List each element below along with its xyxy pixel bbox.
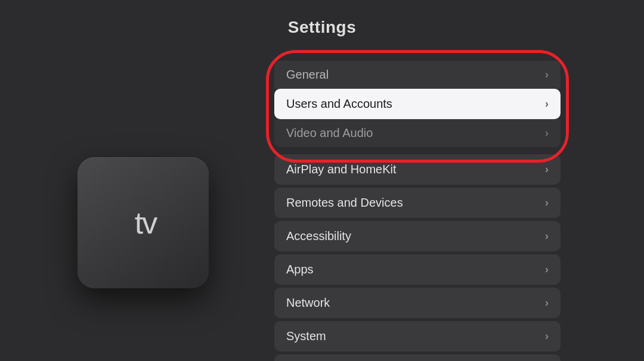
chevron-icon: › bbox=[545, 69, 549, 81]
settings-menu: General › Users and Accounts › Video and… bbox=[274, 61, 561, 361]
highlight-wrapper: General › Users and Accounts › Video and… bbox=[274, 61, 561, 152]
menu-item-airplay-label: AirPlay and HomeKit bbox=[286, 163, 397, 176]
menu-item-remotes[interactable]: Remotes and Devices › bbox=[274, 188, 561, 218]
menu-item-network[interactable]: Network › bbox=[274, 288, 561, 318]
menu-item-system[interactable]: System › bbox=[274, 321, 561, 351]
chevron-icon: › bbox=[545, 330, 549, 343]
chevron-icon: › bbox=[545, 197, 549, 209]
chevron-icon: › bbox=[545, 263, 549, 276]
menu-item-general[interactable]: General › bbox=[274, 61, 561, 89]
menu-item-apps-label: Apps bbox=[286, 263, 314, 276]
chevron-icon: › bbox=[545, 163, 549, 176]
menu-item-video-audio[interactable]: Video and Audio › bbox=[274, 119, 561, 147]
menu-item-general-label: General bbox=[286, 68, 329, 82]
page: Settings tv General › bbox=[0, 0, 644, 361]
chevron-icon: › bbox=[545, 297, 549, 309]
menu-item-users-accounts[interactable]: Users and Accounts › bbox=[274, 89, 561, 119]
chevron-icon: › bbox=[545, 230, 549, 242]
menu-item-users-accounts-label: Users and Accounts bbox=[286, 97, 392, 111]
menu-item-sleep[interactable]: Sleep Now bbox=[274, 354, 561, 361]
menu-item-system-label: System bbox=[286, 329, 326, 343]
menu-item-video-audio-label: Video and Audio bbox=[286, 126, 373, 140]
page-title: Settings bbox=[0, 0, 644, 37]
tv-label: tv bbox=[135, 205, 156, 241]
menu-item-apps[interactable]: Apps › bbox=[274, 254, 561, 285]
device-container: tv bbox=[48, 122, 239, 324]
menu-item-remotes-label: Remotes and Devices bbox=[286, 196, 403, 210]
content-area: tv General › Users and Accounts › bbox=[0, 43, 644, 361]
chevron-icon: › bbox=[545, 127, 549, 139]
menu-item-accessibility-label: Accessibility bbox=[286, 229, 351, 243]
menu-item-network-label: Network bbox=[286, 296, 330, 310]
menu-item-accessibility[interactable]: Accessibility › bbox=[274, 221, 561, 251]
chevron-icon: › bbox=[545, 98, 549, 110]
apple-tv-device: tv bbox=[78, 157, 209, 288]
menu-item-airplay[interactable]: AirPlay and HomeKit › bbox=[274, 154, 561, 185]
device-logo: tv bbox=[130, 205, 156, 241]
